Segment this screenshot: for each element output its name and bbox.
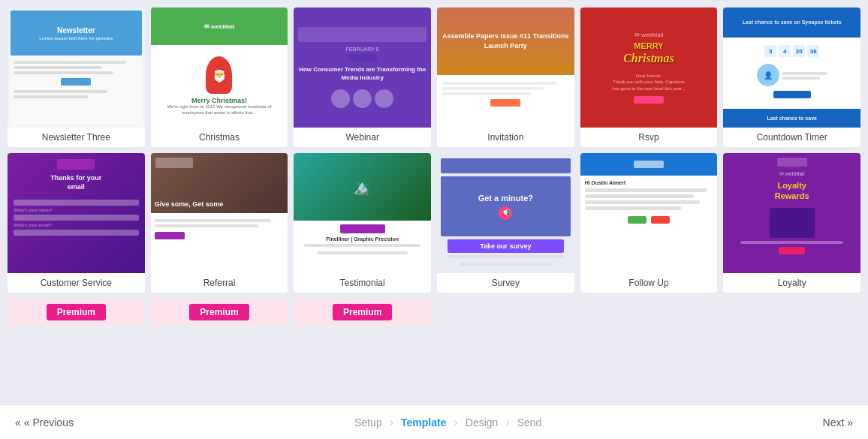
webinar-title: How Consumer Trends are Transforming the…: [298, 66, 426, 82]
template-grid-row1: Newsletter Lorem ipsum text here for pre…: [8, 8, 860, 147]
step-send[interactable]: Send: [511, 416, 548, 428]
template-card-loyalty[interactable]: Premium ✉ webMail LoyaltyRewards Loyalty: [723, 153, 860, 293]
xmas-body: 🎅 Merry Christmas! We're right here at 1…: [151, 45, 288, 128]
next-label: Next »: [823, 416, 853, 428]
card-label-rsvp: Rsvp: [580, 128, 718, 147]
cust-form: What's your name? What's your email?: [14, 197, 139, 238]
test-logo: [340, 224, 385, 233]
webinar-date: FEBRUARY 8: [346, 47, 379, 52]
cd-header: Last chance to save on Synapse tickets: [723, 8, 860, 38]
cd-timer: 3 4 20 38: [764, 45, 819, 57]
card-label-customer-service: Customer Service: [8, 273, 145, 293]
step-template[interactable]: Template: [395, 416, 452, 428]
premium-cell-5: [723, 299, 860, 326]
template-card-testimonial[interactable]: 🏔️ Finelliner | Graphic Precision Testim…: [294, 153, 431, 293]
nt-body: [11, 56, 142, 125]
card-image-rsvp: ✉ webMail MERRYChristmas Dear friends,Th…: [580, 8, 718, 128]
ref-body: [151, 213, 288, 273]
premium-cell-0: Premium: [8, 299, 145, 326]
surv-header: [441, 158, 571, 173]
loy-laptop: [770, 208, 815, 238]
xmas-top: ✉ webMail: [151, 8, 288, 45]
cd-body: 3 4 20 38 👤: [723, 38, 860, 109]
step-setup-label: Setup: [354, 416, 382, 428]
template-card-christmas[interactable]: ✉ webMail 🎅 Merry Christmas! We're right…: [151, 8, 288, 147]
card-image-survey: Get a minute? 📢 Take our survey: [437, 153, 574, 273]
template-card-survey[interactable]: Get a minute? 📢 Take our survey Survey: [437, 153, 574, 293]
prev-label: « Previous: [24, 416, 74, 428]
card-image-webinar: FEBRUARY 8 How Consumer Trends are Trans…: [294, 8, 431, 128]
card-image-christmas: ✉ webMail 🎅 Merry Christmas! We're right…: [151, 8, 288, 128]
ref-photo: Give some, Get some: [151, 153, 288, 213]
loy-logo: [777, 158, 807, 167]
step-design-label: Design: [466, 416, 499, 428]
template-card-invitation[interactable]: Assemble Papers Issue #11 Transitions La…: [437, 8, 574, 147]
fu-logo: [634, 161, 664, 168]
footer-nav: « « Previous Setup › Template › Design ›…: [0, 404, 868, 439]
step-template-label: Template: [401, 416, 446, 428]
card-image-follow-up: Hi Dustin Almert: [580, 153, 718, 273]
card-label-loyalty: Loyalty: [723, 273, 860, 293]
cust-logo: [57, 159, 95, 170]
testimonial-title: Finelliner | Graphic Precision: [326, 236, 399, 242]
premium-cell-1: Premium: [151, 299, 288, 326]
premium-tags-row: Premium Premium Premium: [8, 299, 860, 326]
premium-tag-1: Premium: [189, 304, 249, 320]
card-label-countdown-timer: Countdown Timer: [723, 128, 860, 147]
surv-cta: Take our survey: [448, 239, 564, 253]
card-image-newsletter-three: Newsletter Lorem ipsum text here for pre…: [8, 8, 145, 128]
main-content: Newsletter Lorem ipsum text here for pre…: [0, 0, 868, 404]
card-label-referral: Referral: [151, 273, 288, 293]
cust-title: Thanks for youremail: [50, 174, 101, 191]
template-card-customer-service[interactable]: Thanks for youremail What's your name? W…: [8, 153, 145, 293]
card-image-testimonial: 🏔️ Finelliner | Graphic Precision: [294, 153, 431, 273]
premium-cell-3: [437, 299, 574, 326]
next-button[interactable]: Next »: [808, 405, 868, 439]
nt-header: Newsletter Lorem ipsum text here for pre…: [11, 11, 142, 56]
step-setup[interactable]: Setup: [348, 416, 388, 428]
step-design[interactable]: Design: [460, 416, 505, 428]
nav-steps: Setup › Template › Design › Send: [89, 416, 808, 429]
card-label-invitation: Invitation: [437, 128, 574, 147]
test-body: Finelliner | Graphic Precision: [294, 221, 431, 273]
fu-body: Hi Dustin Almert: [580, 176, 718, 273]
card-label-testimonial: Testimonial: [294, 273, 431, 293]
card-image-countdown-timer: Last chance to save on Synapse tickets 3…: [723, 8, 860, 128]
premium-cell-4: [580, 299, 718, 326]
card-image-customer-service: Thanks for youremail What's your name? W…: [8, 153, 145, 273]
card-image-invitation: Assemble Papers Issue #11 Transitions La…: [437, 8, 574, 128]
step-arrow-3: ›: [505, 416, 509, 429]
card-label-survey: Survey: [437, 273, 574, 293]
loy-title: LoyaltyRewards: [775, 180, 809, 202]
web-header: [298, 27, 426, 42]
prev-button[interactable]: « « Previous: [0, 405, 89, 439]
template-grid-row2: Thanks for youremail What's your name? W…: [8, 153, 860, 293]
test-photo: 🏔️: [294, 153, 431, 221]
fu-header: [580, 153, 718, 176]
step-arrow-2: ›: [454, 416, 457, 429]
template-card-countdown-timer[interactable]: Last chance to save on Synapse tickets 3…: [723, 8, 860, 147]
template-card-follow-up[interactable]: Hi Dustin Almert Follow Up: [580, 153, 718, 293]
template-card-rsvp[interactable]: ✉ webMail MERRYChristmas Dear friends,Th…: [580, 8, 718, 147]
invitation-title: Assemble Papers Issue #11 Transitions La…: [441, 32, 571, 50]
card-label-follow-up: Follow Up: [580, 273, 718, 293]
card-image-referral: Give some, Get some: [151, 153, 288, 273]
premium-tag-0: Premium: [47, 304, 106, 320]
premium-tag-2: Premium: [333, 304, 392, 320]
card-image-loyalty: ✉ webMail LoyaltyRewards: [723, 153, 860, 273]
survey-title: Get a minute?: [478, 194, 533, 203]
card-label-newsletter-three: Newsletter Three: [8, 128, 145, 147]
template-card-newsletter-three[interactable]: Newsletter Lorem ipsum text here for pre…: [8, 8, 145, 147]
template-card-webinar[interactable]: FEBRUARY 8 How Consumer Trends are Trans…: [294, 8, 431, 147]
card-label-christmas: Christmas: [151, 128, 288, 147]
step-arrow-1: ›: [390, 416, 393, 429]
countdown-headline: Last chance to save on Synapse tickets: [743, 19, 842, 26]
card-label-webinar: Webinar: [294, 128, 431, 147]
prev-arrow: «: [15, 416, 21, 428]
step-send-label: Send: [517, 416, 542, 428]
ref-title-overlay: Give some, Get some: [155, 200, 224, 209]
premium-cell-2: Premium: [294, 299, 431, 326]
template-card-referral[interactable]: Give some, Get some Referral: [151, 153, 288, 293]
